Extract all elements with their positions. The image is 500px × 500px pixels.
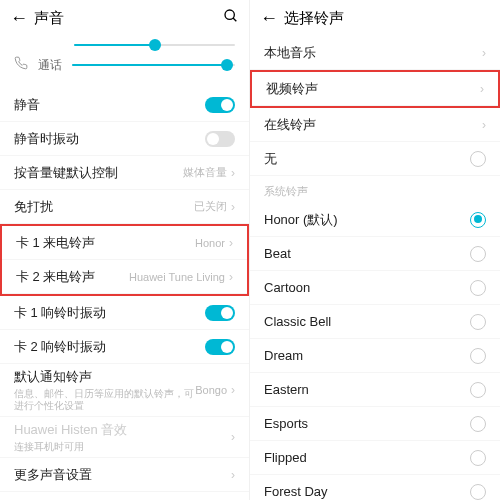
row-tone[interactable]: Beat <box>250 237 500 271</box>
sound-settings-pane: ← 声音 通话 静音 <box>0 0 250 500</box>
header: ← 选择铃声 <box>250 0 500 36</box>
tone-label: Beat <box>264 246 470 261</box>
row-tone[interactable]: Cartoon <box>250 271 500 305</box>
row-more-sound[interactable]: 更多声音设置 › <box>0 458 249 492</box>
chevron-right-icon: › <box>229 270 233 284</box>
radio-tone[interactable] <box>470 246 486 262</box>
tone-label: Classic Bell <box>264 314 470 329</box>
radio-tone[interactable] <box>470 416 486 432</box>
chevron-right-icon: › <box>231 383 235 397</box>
radio-tone[interactable] <box>470 348 486 364</box>
phone-icon <box>14 56 28 74</box>
radio-tone[interactable] <box>470 314 486 330</box>
page-title: 选择铃声 <box>278 9 490 28</box>
highlight-ringtone-rows: 卡 1 来电铃声 Honor › 卡 2 来电铃声 Huawei Tune Li… <box>0 224 249 296</box>
row-tone[interactable]: Classic Bell <box>250 305 500 339</box>
back-icon[interactable]: ← <box>260 8 278 29</box>
page-title: 声音 <box>28 9 223 28</box>
row-tone[interactable]: Eastern <box>250 373 500 407</box>
tone-label: Dream <box>264 348 470 363</box>
row-local-music[interactable]: 本地音乐 › <box>250 36 500 70</box>
radio-tone[interactable] <box>470 450 486 466</box>
radio-tone[interactable] <box>470 212 486 228</box>
chevron-right-icon: › <box>229 236 233 250</box>
row-sim1-vibrate[interactable]: 卡 1 响铃时振动 <box>0 296 249 330</box>
slider-row-call: 通话 <box>14 56 235 74</box>
radio-tone[interactable] <box>470 484 486 500</box>
row-histen: Huawei Histen 音效 连接耳机时可用 › <box>0 417 249 458</box>
row-vol-key[interactable]: 按音量键默认控制 媒体音量 › <box>0 156 249 190</box>
svg-line-1 <box>233 18 236 21</box>
row-sim1-ringtone[interactable]: 卡 1 来电铃声 Honor › <box>2 226 247 260</box>
chevron-right-icon: › <box>231 166 235 180</box>
toggle-vibrate-mute[interactable] <box>205 131 235 147</box>
slider-row <box>14 44 235 46</box>
chevron-right-icon: › <box>231 468 235 482</box>
tone-label: Cartoon <box>264 280 470 295</box>
section-system-ringtones: 系统铃声 <box>250 176 500 203</box>
header: ← 声音 <box>0 0 249 36</box>
row-vibrate-mute[interactable]: 静音时振动 <box>0 122 249 156</box>
row-video-ringtone[interactable]: 视频铃声 › <box>252 72 498 106</box>
toggle-sim1-vibrate[interactable] <box>205 305 235 321</box>
select-ringtone-pane: ← 选择铃声 本地音乐 › 视频铃声 › 在线铃声 › 无 系统铃声 Honor… <box>250 0 500 500</box>
row-none[interactable]: 无 <box>250 142 500 176</box>
chevron-right-icon: › <box>482 46 486 60</box>
row-sim2-vibrate[interactable]: 卡 2 响铃时振动 <box>0 330 249 364</box>
back-icon[interactable]: ← <box>10 8 28 29</box>
volume-sliders: 通话 <box>0 36 249 88</box>
tone-label: Forest Day <box>264 484 470 499</box>
search-icon[interactable] <box>223 8 239 28</box>
toggle-mute[interactable] <box>205 97 235 113</box>
chevron-right-icon: › <box>480 82 484 96</box>
radio-none[interactable] <box>470 151 486 167</box>
chevron-right-icon: › <box>231 430 235 444</box>
tone-label: Esports <box>264 416 470 431</box>
highlight-video-ringtone: 视频铃声 › <box>250 70 500 108</box>
row-dnd[interactable]: 免打扰 已关闭 › <box>0 190 249 224</box>
tone-label: Flipped <box>264 450 470 465</box>
slider-call[interactable] <box>72 64 235 66</box>
row-online-ringtone[interactable]: 在线铃声 › <box>250 108 500 142</box>
svg-point-0 <box>225 10 234 19</box>
toggle-sim2-vibrate[interactable] <box>205 339 235 355</box>
row-notification[interactable]: 默认通知铃声 信息、邮件、日历等应用的默认铃声，可进行个性化设置 Bongo › <box>0 364 249 417</box>
chevron-right-icon: › <box>482 118 486 132</box>
slider-label: 通话 <box>38 57 62 74</box>
radio-tone[interactable] <box>470 382 486 398</box>
row-mute[interactable]: 静音 <box>0 88 249 122</box>
tone-label: Eastern <box>264 382 470 397</box>
tone-label: Honor (默认) <box>264 211 470 229</box>
row-sim2-ringtone[interactable]: 卡 2 来电铃声 Huawei Tune Living › <box>2 260 247 294</box>
slider-media[interactable] <box>74 44 235 46</box>
radio-tone[interactable] <box>470 280 486 296</box>
chevron-right-icon: › <box>231 200 235 214</box>
row-tone[interactable]: Dream <box>250 339 500 373</box>
row-tone[interactable]: Flipped <box>250 441 500 475</box>
row-tone[interactable]: Forest Day <box>250 475 500 500</box>
row-tone[interactable]: Esports <box>250 407 500 441</box>
row-tone[interactable]: Honor (默认) <box>250 203 500 237</box>
